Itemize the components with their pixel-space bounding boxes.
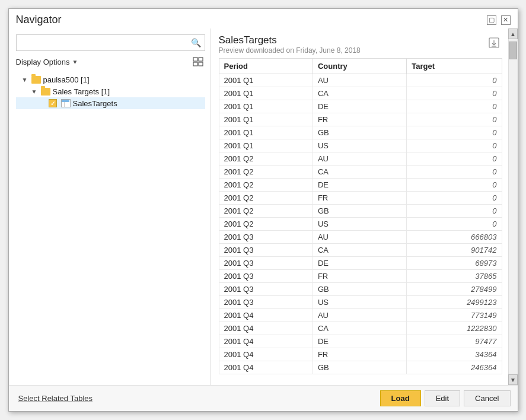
cell-r14-c0: 2001 Q3 [219,257,313,270]
cell-r15-c1: FR [313,270,406,283]
close-button[interactable]: ✕ [501,15,511,25]
cell-r5-c2: 0 [407,139,502,152]
col-header-country: Country [313,59,406,74]
cell-r19-c2: 1222830 [407,322,502,335]
table-row: 2001 Q4AU773149 [219,309,502,322]
cell-r7-c1: CA [313,166,406,179]
select-related-tables-button[interactable]: Select Related Tables [16,391,95,406]
cell-r15-c0: 2001 Q3 [219,270,313,283]
cell-r20-c2: 97477 [407,335,502,348]
cell-r21-c2: 34364 [407,348,502,361]
cell-r6-c1: AU [313,152,406,166]
cell-r10-c2: 0 [407,205,502,218]
table-row: 2001 Q3US2499123 [219,296,502,309]
svg-rect-1 [199,58,203,61]
search-input[interactable] [17,36,188,50]
cell-r18-c1: AU [313,309,406,322]
table-row: 2001 Q4DE97477 [219,335,502,348]
display-options-button[interactable]: Display Options ▼ [16,58,78,66]
cell-r22-c1: GB [313,361,406,374]
preview-header: SalesTargets Preview downloaded on Frida… [219,34,502,55]
cell-r16-c1: GB [313,283,406,296]
load-button[interactable]: Load [380,390,421,406]
preview-subtitle: Preview downloaded on Friday, June 8, 20… [219,46,361,55]
svg-rect-0 [193,58,197,61]
preview-title-block: SalesTargets Preview downloaded on Frida… [219,34,361,55]
cell-r8-c0: 2001 Q2 [219,179,313,192]
cell-r0-c1: AU [313,74,406,87]
cell-r17-c2: 2499123 [407,296,502,309]
cell-r0-c2: 0 [407,74,502,87]
tree-toggle-paulsa500: ▼ [21,75,29,84]
table-icon-salestargts [60,98,71,108]
cell-r8-c1: DE [313,179,406,192]
cell-r13-c2: 901742 [407,244,502,257]
edit-button[interactable]: Edit [425,390,460,406]
cell-r1-c2: 0 [407,87,502,100]
cell-r19-c1: CA [313,322,406,335]
cell-r1-c0: 2001 Q1 [219,87,313,100]
cell-r5-c0: 2001 Q1 [219,139,313,152]
table-row: 2001 Q1CA0 [219,87,502,100]
title-bar-controls: ▢ ✕ [487,15,511,25]
restore-button[interactable]: ▢ [487,15,496,25]
cell-r17-c1: US [313,296,406,309]
export-icon [488,37,500,49]
table-row: 2001 Q3AU666803 [219,231,502,244]
footer: Select Related Tables Load Edit Cancel [9,385,518,411]
table-row: 2001 Q1AU0 [219,74,502,87]
data-table-head: Period Country Target [219,59,502,74]
data-table-body: 2001 Q1AU02001 Q1CA02001 Q1DE02001 Q1FR0… [219,74,502,374]
table-row: 2001 Q2DE0 [219,179,502,192]
cell-r17-c0: 2001 Q3 [219,296,313,309]
cell-r7-c0: 2001 Q2 [219,166,313,179]
table-row: 2001 Q3GB278499 [219,283,502,296]
scroll-thumb[interactable] [509,42,517,59]
scroll-down-button[interactable]: ▼ [508,374,518,385]
cell-r21-c1: FR [313,348,406,361]
cell-r18-c2: 773149 [407,309,502,322]
cell-r12-c2: 666803 [407,231,502,244]
cell-r9-c0: 2001 Q2 [219,192,313,205]
view-mode-icon-button[interactable] [191,55,205,69]
search-box: 🔍 [16,34,205,51]
cell-r1-c1: CA [313,87,406,100]
scroll-up-button[interactable]: ▲ [508,28,518,39]
cell-r21-c0: 2001 Q4 [219,348,313,361]
cell-r7-c2: 0 [407,166,502,179]
content-area: 🔍 Display Options ▼ [9,28,518,385]
display-options-label: Display Options [16,58,70,66]
tree-item-salestargts-table[interactable]: ✓ SalesTargets [16,97,205,109]
right-pane: SalesTargets Preview downloaded on Frida… [211,28,508,385]
cell-r8-c2: 0 [407,179,502,192]
svg-rect-3 [199,62,203,66]
table-row: 2001 Q2AU0 [219,152,502,166]
title-bar: Navigator ▢ ✕ [9,9,518,28]
cell-r20-c0: 2001 Q4 [219,335,313,348]
tree-item-paulsa500[interactable]: ▼ paulsa500 [1] [16,74,205,85]
folder-icon-sales-targets [40,87,51,96]
cell-r4-c1: GB [313,126,406,139]
tree-label-paulsa500: paulsa500 [1] [43,75,90,84]
data-table: Period Country Target 2001 Q1AU02001 Q1C… [219,58,502,374]
cell-r0-c0: 2001 Q1 [219,74,313,87]
cell-r10-c1: GB [313,205,406,218]
cell-r22-c2: 246364 [407,361,502,374]
cell-r11-c1: US [313,218,406,231]
table-row: 2001 Q2GB0 [219,205,502,218]
table-row: 2001 Q3DE68973 [219,257,502,270]
checkbox-checked-icon: ✓ [49,99,57,107]
cell-r16-c2: 278499 [407,283,502,296]
cancel-button[interactable]: Cancel [464,390,510,406]
preview-export-button[interactable] [486,34,502,51]
table-row: 2001 Q2CA0 [219,166,502,179]
cell-r5-c1: US [313,139,406,152]
search-button[interactable]: 🔍 [188,35,205,50]
tree-item-sales-targets[interactable]: ▼ Sales Targets [1] [16,85,205,97]
cell-r12-c0: 2001 Q3 [219,231,313,244]
table-row: 2001 Q4GB246364 [219,361,502,374]
footer-right: Load Edit Cancel [380,390,511,406]
cell-r16-c0: 2001 Q3 [219,283,313,296]
tree-checkbox-salestargts[interactable]: ✓ [48,98,58,108]
tree-toggle-sales-targets: ▼ [30,87,39,96]
